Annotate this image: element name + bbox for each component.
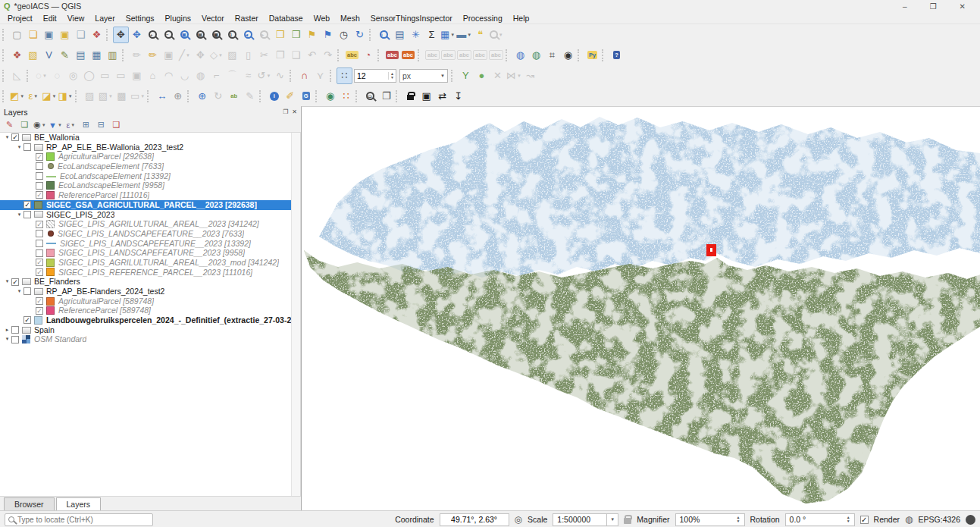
layer-checkbox[interactable] [23, 211, 31, 218]
add-vector-layer-icon[interactable]: V [41, 47, 57, 64]
menu-view[interactable]: View [62, 13, 90, 24]
filter-by-expression-icon[interactable]: ε▼ [64, 118, 78, 131]
new-3d-map-view-icon[interactable]: ❒ [288, 27, 304, 43]
layer-checkbox[interactable]: ✓ [23, 201, 31, 209]
expand-all-icon[interactable]: ⊞ [79, 118, 93, 131]
menu-sensorthingsinspector[interactable]: SensorThingsInspector [365, 13, 458, 24]
layer-checkbox[interactable] [23, 143, 31, 151]
menu-processing[interactable]: Processing [458, 13, 508, 24]
toolbar-grip[interactable] [369, 29, 373, 41]
layer-checkbox[interactable] [23, 287, 31, 295]
layer-row[interactable]: ✓Landbouwgebruikspercelen_2024_-_Definit… [0, 315, 300, 325]
toolbar-grip[interactable] [75, 90, 79, 102]
layer-tree-scrollbar[interactable] [291, 133, 300, 496]
fill-ring-icon[interactable]: ◍ [193, 67, 208, 84]
layer-group-row[interactable]: ▾✓BE_Wallonia [0, 133, 300, 143]
tree-expander-icon[interactable]: ▾ [15, 210, 23, 220]
layer-labeling-icon[interactable]: abc [344, 47, 360, 64]
layer-row[interactable]: ✓ReferenceParcel [111016] [0, 190, 300, 200]
rotate-point-symbols-icon[interactable]: ↻ [210, 88, 226, 105]
scale-dropdown-icon[interactable]: ▼ [607, 513, 618, 526]
add-virtual-layer-icon[interactable]: ▥ [105, 47, 121, 64]
layer-checkbox[interactable]: ✓ [36, 268, 43, 276]
statistical-summary-icon[interactable]: ▤ [392, 27, 408, 43]
deselect-features-icon[interactable]: ◪▼ [41, 88, 57, 105]
toolbar-grip[interactable] [147, 90, 151, 102]
layer-group-row[interactable]: ▾RP_AP_BE-Flanders_2024_test2 [0, 287, 300, 296]
new-bookmark-icon[interactable]: ⚑ [304, 27, 320, 43]
layer-row[interactable]: EcoLandscapeElement [13392] [0, 171, 300, 181]
collapse-all-icon[interactable]: ⊟ [94, 118, 108, 131]
new-print-layout-icon[interactable]: ❑ [73, 27, 89, 43]
data-source-manager-icon[interactable]: ❖ [9, 47, 25, 64]
toolbar-grip[interactable] [315, 90, 319, 102]
identify-features-icon[interactable]: i [376, 27, 392, 43]
model-designer-icon[interactable]: ▨ [82, 88, 98, 105]
simplify-feature-icon[interactable]: ∿ [272, 67, 288, 84]
menu-mesh[interactable]: Mesh [335, 13, 365, 24]
toolbar-grip[interactable] [451, 70, 455, 82]
shape-regular-polygon-icon[interactable]: ⌂ [145, 67, 161, 84]
layer-group-row[interactable]: ▸Spain [0, 325, 300, 335]
remove-layer-icon[interactable]: ❑ [109, 118, 124, 131]
style-manager-icon[interactable]: ❖ [89, 27, 105, 43]
save-project-as-icon[interactable]: ▣ [57, 27, 73, 43]
rotate-label-icon[interactable]: abc [488, 47, 504, 64]
split-features-icon[interactable]: ⌒ [224, 67, 240, 84]
layer-row[interactable]: ✓ReferenceParcel [589748] [0, 306, 300, 315]
new-map-view-icon[interactable]: ❒ [272, 27, 288, 43]
select-features-icon[interactable]: ◩▼ [9, 88, 25, 105]
layer-checkbox[interactable]: ✓ [36, 297, 43, 305]
layer-checkbox[interactable] [36, 240, 43, 247]
layer-checkbox[interactable] [36, 182, 43, 190]
add-delimited-text-layer-icon[interactable]: ✎ [57, 47, 73, 64]
labeling-options-icon[interactable]: abc [384, 47, 400, 64]
layer-row[interactable]: SIGEC_LPIS_LANDSCAPEFEATURE__2023 [13392… [0, 239, 300, 249]
console-window-icon[interactable]: ⌗ [544, 47, 560, 64]
rotation-spinbox[interactable]: 0.0 ° ▲▼ [785, 513, 855, 526]
show-bookmarks-icon[interactable]: ⚑ [320, 27, 336, 43]
diagram-options-icon[interactable]: abc [400, 47, 416, 64]
minimize-button[interactable]: – [903, 2, 907, 11]
modify-attributes-icon[interactable]: ▨ [224, 47, 240, 64]
metasearch-icon[interactable]: ◍ [512, 47, 528, 64]
toolbar-grip[interactable] [259, 90, 263, 102]
toolbar-grip[interactable] [2, 70, 6, 82]
layer-styling-icon[interactable]: ✎ [2, 118, 17, 131]
download-icon[interactable]: ↧ [450, 88, 466, 105]
add-group-icon[interactable]: ❏ [17, 118, 32, 131]
snapping-unit-combo-arrow[interactable]: ▼ [440, 74, 445, 78]
toolbar-grip[interactable] [418, 49, 421, 61]
zoom-native-icon[interactable]: 1 [224, 27, 240, 43]
zoom-to-layer-icon[interactable]: ▤ [193, 27, 208, 43]
shape-rectangle-2points-icon[interactable]: ▭ [97, 67, 113, 84]
scale-combobox[interactable]: 1:500000 [553, 513, 607, 526]
metasearch-exchange-icon[interactable]: ◍ [528, 47, 544, 64]
change-label-properties-icon[interactable]: ab [226, 88, 242, 105]
shape-rectangle-3points-icon[interactable]: ▭ [113, 67, 129, 84]
python-console-icon[interactable]: Py [584, 47, 600, 64]
layer-diagram-icon[interactable]: ◔ [360, 47, 376, 64]
avoid-overlap-icon[interactable]: ⋎ [312, 67, 328, 84]
temporal-controller-icon[interactable]: ◷ [336, 27, 352, 43]
layer-row[interactable]: ✓SIGEC_LPIS_AGRILULTURAL_AREAL__2023 [34… [0, 219, 300, 229]
map-tips-icon[interactable]: ❝ [472, 27, 488, 43]
layer-checkbox[interactable]: ✓ [36, 221, 43, 228]
layer-group-row[interactable]: ▾RP_AP_ELE_BE-Wallonia_2023_test2 [0, 143, 300, 152]
lock-icon[interactable] [402, 88, 418, 105]
toolbar-grip[interactable] [355, 90, 359, 102]
layer-group-row[interactable]: ▾✓BE_Flanders [0, 277, 300, 287]
menu-raster[interactable]: Raster [230, 13, 264, 24]
search-document-icon[interactable]: ▭ [362, 88, 378, 105]
menu-settings[interactable]: Settings [121, 13, 160, 24]
layer-checkbox[interactable] [36, 162, 43, 170]
scale-lock-icon[interactable] [624, 518, 631, 524]
processing-history-icon[interactable]: ▧▼ [98, 88, 114, 105]
panel-float-button[interactable]: ❐ [283, 108, 288, 115]
layer-row[interactable]: ✓SIGEC_LPIS_AGRILULTURAL_AREAL__2023_mod… [0, 258, 300, 268]
paste-features-icon[interactable]: ❑ [288, 47, 304, 64]
tree-expander-icon[interactable]: ▸ [3, 325, 11, 335]
messages-icon[interactable] [966, 515, 975, 525]
options-wrench-icon[interactable]: ✐ [282, 88, 298, 105]
manage-map-themes-icon[interactable]: ◉▼ [33, 118, 47, 131]
